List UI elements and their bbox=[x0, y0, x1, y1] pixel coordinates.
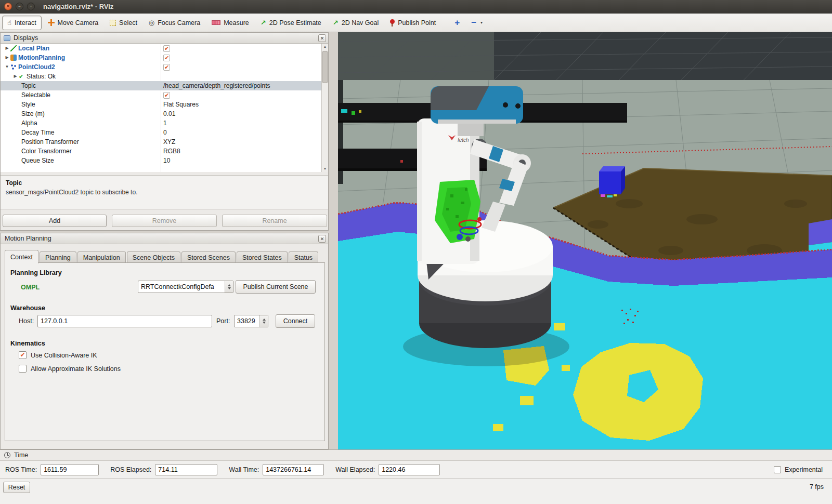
tool-2d-nav-goal[interactable]: ↗ 2D Nav Goal bbox=[328, 16, 384, 30]
tree-row-queue-size[interactable]: Queue Size 10 bbox=[1, 156, 328, 165]
enabled-checkbox[interactable]: ✔ bbox=[163, 64, 170, 71]
enabled-checkbox[interactable]: ✔ bbox=[163, 55, 170, 61]
tab-stored-scenes[interactable]: Stored Scenes bbox=[181, 251, 236, 263]
property-value[interactable]: 0.01 bbox=[161, 109, 328, 118]
tree-row-decay-time[interactable]: Decay Time 0 bbox=[1, 128, 328, 137]
scroll-down-icon[interactable]: ▼ bbox=[322, 166, 328, 172]
tool-move-camera[interactable]: Move Camera bbox=[43, 16, 104, 30]
property-value[interactable]: 10 bbox=[161, 156, 328, 165]
property-name: Position Transformer bbox=[21, 137, 79, 147]
window-maximize-button[interactable]: ▫ bbox=[27, 3, 35, 10]
tool-interact[interactable]: ☝ Interact bbox=[2, 16, 42, 30]
property-value[interactable]: Flat Squares bbox=[161, 100, 328, 109]
collision-aware-ik-checkbox[interactable]: ✔ bbox=[19, 351, 27, 359]
tool-publish-point[interactable]: Publish Point bbox=[385, 16, 441, 30]
displays-panel-header[interactable]: Displays ✕ bbox=[1, 33, 328, 44]
tree-row-alpha[interactable]: Alpha 1 bbox=[1, 118, 328, 128]
property-value[interactable]: RGB8 bbox=[161, 147, 328, 156]
approximate-ik-checkbox[interactable] bbox=[19, 365, 27, 373]
time-panel-header[interactable]: Time bbox=[0, 449, 832, 461]
property-value[interactable]: XYZ bbox=[161, 137, 328, 147]
tool-focus-camera[interactable]: ◎ Focus Camera bbox=[144, 16, 205, 30]
property-value[interactable]: 1 bbox=[161, 118, 328, 128]
experimental-checkbox[interactable] bbox=[774, 466, 781, 473]
tab-planning[interactable]: Planning bbox=[40, 251, 76, 263]
status-ok-check-icon: ✔ bbox=[19, 72, 23, 81]
planning-library-heading: Planning Library bbox=[10, 269, 62, 276]
tool-label: Focus Camera bbox=[158, 19, 200, 26]
property-name: Size (m) bbox=[21, 109, 45, 118]
tool-select[interactable]: Select bbox=[105, 16, 142, 30]
port-value: 33829 bbox=[237, 315, 259, 327]
wall-elapsed-input[interactable] bbox=[379, 464, 440, 475]
ros-elapsed-input[interactable] bbox=[155, 464, 217, 475]
tool-2d-pose-estimate[interactable]: ↗ 2D Pose Estimate bbox=[255, 16, 327, 30]
property-value[interactable]: 0 bbox=[161, 128, 328, 137]
tree-row-motionplanning[interactable]: ▶ MotionPlanning ✔ bbox=[1, 53, 328, 62]
wall-time-input[interactable] bbox=[263, 464, 324, 475]
motion-planning-header[interactable]: Motion Planning ✕ bbox=[1, 233, 328, 244]
experimental-option[interactable]: Experimental bbox=[774, 466, 823, 473]
tree-row-selectable[interactable]: Selectable ✔ bbox=[1, 90, 328, 100]
tab-context[interactable]: Context bbox=[5, 250, 38, 263]
window-minimize-button[interactable]: − bbox=[16, 3, 23, 10]
displays-tree: ▶ Local Plan ✔ ▶ MotionPlanning ✔ ▼ bbox=[1, 44, 328, 172]
tab-status[interactable]: Status bbox=[289, 251, 318, 263]
planner-combobox[interactable]: RRTConnectkConfigDefa bbox=[138, 281, 233, 293]
motion-planning-icon bbox=[10, 55, 17, 61]
remove-tool-button[interactable]: − ▾ bbox=[466, 16, 488, 30]
fetch-logo-text: fetch bbox=[458, 137, 469, 143]
enabled-checkbox[interactable]: ✔ bbox=[163, 45, 170, 52]
ros-time-input[interactable] bbox=[41, 464, 99, 475]
add-tool-button[interactable]: + bbox=[449, 16, 465, 30]
selectable-checkbox[interactable]: ✔ bbox=[163, 92, 170, 99]
rename-button[interactable]: Rename bbox=[222, 215, 327, 227]
add-button[interactable]: Add bbox=[3, 215, 107, 227]
displays-close-icon[interactable]: ✕ bbox=[318, 34, 326, 42]
property-value[interactable]: /head_camera/depth_registered/points bbox=[161, 81, 328, 90]
collision-aware-ik-row[interactable]: ✔ Use Collision-Aware IK bbox=[19, 351, 97, 359]
kinematics-heading: Kinematics bbox=[10, 340, 45, 347]
map-pin-icon bbox=[390, 19, 395, 24]
scrollbar-thumb[interactable] bbox=[322, 51, 328, 83]
scroll-up-icon[interactable]: ▲ bbox=[322, 44, 328, 50]
port-spinner[interactable] bbox=[259, 315, 268, 327]
expand-arrow-icon[interactable]: ▶ bbox=[12, 72, 19, 81]
approximate-ik-row[interactable]: Allow Approximate IK Solutions bbox=[19, 365, 121, 373]
displays-scrollbar[interactable]: ▲ ▼ bbox=[321, 44, 328, 172]
host-input[interactable] bbox=[37, 315, 212, 327]
tree-row-position-transformer[interactable]: Position Transformer XYZ bbox=[1, 137, 328, 147]
tree-row-style[interactable]: Style Flat Squares bbox=[1, 100, 328, 109]
tab-stored-states[interactable]: Stored States bbox=[237, 251, 288, 263]
publish-current-scene-button[interactable]: Publish Current Scene bbox=[236, 280, 316, 294]
display-item-label: PointCloud2 bbox=[18, 62, 55, 72]
tool-measure[interactable]: Measure bbox=[206, 16, 254, 30]
motion-planning-close-icon[interactable]: ✕ bbox=[318, 235, 326, 243]
spin-up-icon[interactable] bbox=[228, 284, 231, 286]
expand-arrow-icon[interactable]: ▶ bbox=[4, 44, 10, 53]
combo-spinner[interactable] bbox=[225, 281, 233, 293]
tree-row-color-transformer[interactable]: Color Transformer RGB8 bbox=[1, 147, 328, 156]
property-name: Style bbox=[21, 100, 35, 109]
tree-row-size[interactable]: Size (m) 0.01 bbox=[1, 109, 328, 118]
wall-elapsed-field: Wall Elapsed: bbox=[335, 464, 440, 475]
expand-arrow-icon[interactable]: ▶ bbox=[4, 53, 10, 62]
tab-manipulation[interactable]: Manipulation bbox=[77, 251, 126, 263]
spin-down-icon[interactable] bbox=[263, 322, 266, 324]
tab-scene-objects[interactable]: Scene Objects bbox=[127, 251, 180, 263]
3d-viewport[interactable]: fetch bbox=[338, 32, 832, 449]
spin-up-icon[interactable] bbox=[263, 319, 266, 321]
window-close-button[interactable]: ✕ bbox=[4, 3, 12, 10]
port-spinbox[interactable]: 33829 bbox=[234, 315, 268, 327]
tree-row-pointcloud2[interactable]: ▼ PointCloud2 ✔ bbox=[1, 62, 328, 72]
reset-button[interactable]: Reset bbox=[3, 482, 30, 493]
tree-row-topic[interactable]: Topic /head_camera/depth_registered/poin… bbox=[1, 81, 328, 90]
tree-row-local-plan[interactable]: ▶ Local Plan ✔ bbox=[1, 44, 328, 53]
remove-button[interactable]: Remove bbox=[112, 215, 217, 227]
spin-down-icon[interactable] bbox=[228, 287, 231, 289]
collapse-arrow-icon[interactable]: ▼ bbox=[4, 62, 10, 72]
tree-row-status[interactable]: ▶ ✔ Status: Ok bbox=[1, 72, 328, 81]
displays-panel: Displays ✕ ▶ Local Plan ✔ ▶ MotionPlanni… bbox=[0, 32, 329, 231]
connect-button[interactable]: Connect bbox=[276, 314, 315, 328]
toolbar: ☝ Interact Move Camera Select ◎ Focus Ca… bbox=[0, 14, 832, 32]
